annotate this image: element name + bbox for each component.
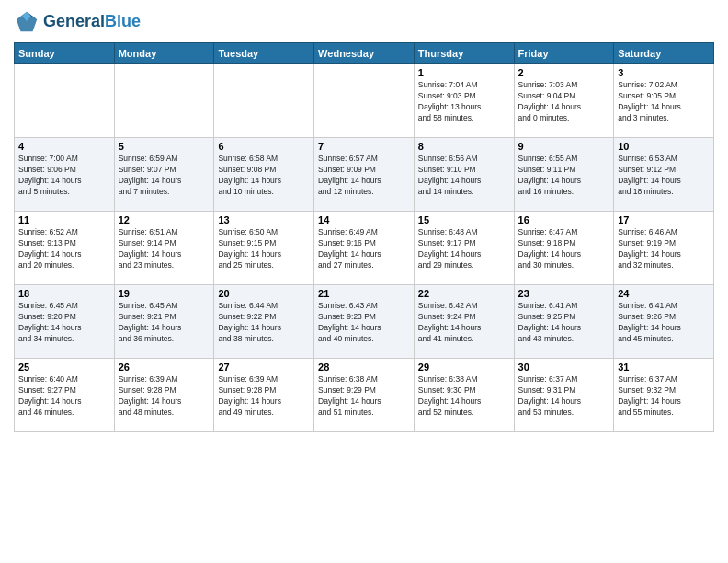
calendar-table: SundayMondayTuesdayWednesdayThursdayFrid…	[14, 42, 714, 432]
day-number: 23	[518, 288, 610, 299]
day-number: 18	[18, 288, 110, 299]
calendar-day-cell: 31Sunrise: 6:37 AM Sunset: 9:32 PM Dayli…	[614, 359, 714, 432]
day-number: 27	[218, 362, 310, 373]
day-number: 13	[218, 214, 310, 225]
calendar-day-cell: 26Sunrise: 6:39 AM Sunset: 9:28 PM Dayli…	[114, 359, 214, 432]
calendar-day-cell: 15Sunrise: 6:48 AM Sunset: 9:17 PM Dayli…	[414, 212, 514, 285]
calendar-day-cell: 7Sunrise: 6:57 AM Sunset: 9:09 PM Daylig…	[314, 138, 415, 212]
day-info: Sunrise: 6:39 AM Sunset: 9:28 PM Dayligh…	[218, 374, 310, 419]
day-number: 25	[18, 362, 110, 373]
calendar-day-cell: 25Sunrise: 6:40 AM Sunset: 9:27 PM Dayli…	[15, 359, 115, 432]
calendar-day-cell: 17Sunrise: 6:46 AM Sunset: 9:19 PM Dayli…	[614, 212, 714, 285]
logo-text: GeneralBlue	[43, 13, 141, 31]
empty-cell	[15, 64, 115, 138]
calendar-day-cell: 16Sunrise: 6:47 AM Sunset: 9:18 PM Dayli…	[514, 212, 614, 285]
day-number: 30	[518, 362, 610, 373]
calendar-day-cell: 5Sunrise: 6:59 AM Sunset: 9:07 PM Daylig…	[114, 138, 214, 212]
logo: GeneralBlue	[14, 9, 141, 35]
day-number: 3	[618, 67, 710, 78]
day-number: 20	[218, 288, 310, 299]
weekday-header: Saturday	[614, 43, 714, 64]
day-number: 12	[119, 214, 210, 225]
day-number: 9	[518, 141, 610, 152]
weekday-header: Friday	[514, 43, 614, 64]
day-number: 2	[518, 67, 610, 78]
day-info: Sunrise: 6:51 AM Sunset: 9:14 PM Dayligh…	[119, 227, 210, 271]
calendar-day-cell: 10Sunrise: 6:53 AM Sunset: 9:12 PM Dayli…	[614, 138, 714, 212]
page-container: GeneralBlue SundayMondayTuesdayWednesday…	[0, 0, 728, 563]
day-info: Sunrise: 6:37 AM Sunset: 9:32 PM Dayligh…	[618, 374, 710, 419]
empty-cell	[114, 64, 214, 138]
calendar-day-cell: 28Sunrise: 6:38 AM Sunset: 9:29 PM Dayli…	[314, 359, 415, 432]
day-number: 31	[618, 362, 710, 373]
weekday-header: Tuesday	[214, 43, 314, 64]
day-info: Sunrise: 6:37 AM Sunset: 9:31 PM Dayligh…	[518, 374, 610, 419]
day-info: Sunrise: 6:38 AM Sunset: 9:29 PM Dayligh…	[318, 374, 410, 419]
weekday-header: Monday	[114, 43, 214, 64]
day-number: 10	[618, 141, 710, 152]
day-info: Sunrise: 6:39 AM Sunset: 9:28 PM Dayligh…	[119, 374, 210, 419]
day-info: Sunrise: 6:48 AM Sunset: 9:17 PM Dayligh…	[418, 227, 510, 271]
calendar-day-cell: 1Sunrise: 7:04 AM Sunset: 9:03 PM Daylig…	[414, 64, 514, 138]
calendar-day-cell: 9Sunrise: 6:55 AM Sunset: 9:11 PM Daylig…	[514, 138, 614, 212]
weekday-header: Thursday	[414, 43, 514, 64]
weekday-header: Wednesday	[314, 43, 415, 64]
calendar-week-row: 18Sunrise: 6:45 AM Sunset: 9:20 PM Dayli…	[15, 285, 714, 359]
day-number: 19	[119, 288, 210, 299]
calendar-day-cell: 20Sunrise: 6:44 AM Sunset: 9:22 PM Dayli…	[214, 285, 314, 359]
day-number: 7	[318, 141, 410, 152]
logo-icon	[14, 9, 40, 35]
calendar-day-cell: 19Sunrise: 6:45 AM Sunset: 9:21 PM Dayli…	[114, 285, 214, 359]
calendar-day-cell: 23Sunrise: 6:41 AM Sunset: 9:25 PM Dayli…	[514, 285, 614, 359]
calendar-day-cell: 21Sunrise: 6:43 AM Sunset: 9:23 PM Dayli…	[314, 285, 415, 359]
day-number: 5	[119, 141, 210, 152]
day-info: Sunrise: 6:52 AM Sunset: 9:13 PM Dayligh…	[18, 227, 110, 271]
calendar-day-cell: 2Sunrise: 7:03 AM Sunset: 9:04 PM Daylig…	[514, 64, 614, 138]
day-info: Sunrise: 6:40 AM Sunset: 9:27 PM Dayligh…	[18, 374, 110, 419]
day-info: Sunrise: 6:41 AM Sunset: 9:26 PM Dayligh…	[618, 301, 710, 345]
calendar-day-cell: 6Sunrise: 6:58 AM Sunset: 9:08 PM Daylig…	[214, 138, 314, 212]
empty-cell	[214, 64, 314, 138]
calendar-day-cell: 24Sunrise: 6:41 AM Sunset: 9:26 PM Dayli…	[614, 285, 714, 359]
calendar-day-cell: 22Sunrise: 6:42 AM Sunset: 9:24 PM Dayli…	[414, 285, 514, 359]
day-number: 8	[418, 141, 510, 152]
day-info: Sunrise: 6:45 AM Sunset: 9:20 PM Dayligh…	[18, 301, 110, 345]
day-info: Sunrise: 6:56 AM Sunset: 9:10 PM Dayligh…	[418, 154, 510, 198]
day-info: Sunrise: 7:03 AM Sunset: 9:04 PM Dayligh…	[518, 80, 610, 124]
day-number: 24	[618, 288, 710, 299]
calendar-day-cell: 18Sunrise: 6:45 AM Sunset: 9:20 PM Dayli…	[15, 285, 115, 359]
calendar-day-cell: 27Sunrise: 6:39 AM Sunset: 9:28 PM Dayli…	[214, 359, 314, 432]
day-info: Sunrise: 6:43 AM Sunset: 9:23 PM Dayligh…	[318, 301, 410, 345]
calendar-week-row: 25Sunrise: 6:40 AM Sunset: 9:27 PM Dayli…	[15, 359, 714, 432]
page-header: GeneralBlue	[14, 9, 714, 35]
day-number: 26	[119, 362, 210, 373]
calendar-day-cell: 8Sunrise: 6:56 AM Sunset: 9:10 PM Daylig…	[414, 138, 514, 212]
day-info: Sunrise: 6:50 AM Sunset: 9:15 PM Dayligh…	[218, 227, 310, 271]
day-number: 21	[318, 288, 410, 299]
calendar-day-cell: 14Sunrise: 6:49 AM Sunset: 9:16 PM Dayli…	[314, 212, 415, 285]
day-info: Sunrise: 6:42 AM Sunset: 9:24 PM Dayligh…	[418, 301, 510, 345]
calendar-week-row: 4Sunrise: 7:00 AM Sunset: 9:06 PM Daylig…	[15, 138, 714, 212]
day-info: Sunrise: 6:44 AM Sunset: 9:22 PM Dayligh…	[218, 301, 310, 345]
day-number: 28	[318, 362, 410, 373]
calendar-day-cell: 4Sunrise: 7:00 AM Sunset: 9:06 PM Daylig…	[15, 138, 115, 212]
calendar-day-cell: 12Sunrise: 6:51 AM Sunset: 9:14 PM Dayli…	[114, 212, 214, 285]
day-number: 11	[18, 214, 110, 225]
empty-cell	[314, 64, 415, 138]
day-info: Sunrise: 6:38 AM Sunset: 9:30 PM Dayligh…	[418, 374, 510, 419]
calendar-week-row: 1Sunrise: 7:04 AM Sunset: 9:03 PM Daylig…	[15, 64, 714, 138]
day-number: 16	[518, 214, 610, 225]
day-info: Sunrise: 6:41 AM Sunset: 9:25 PM Dayligh…	[518, 301, 610, 345]
calendar-day-cell: 3Sunrise: 7:02 AM Sunset: 9:05 PM Daylig…	[614, 64, 714, 138]
day-info: Sunrise: 6:57 AM Sunset: 9:09 PM Dayligh…	[318, 154, 410, 198]
calendar-day-cell: 11Sunrise: 6:52 AM Sunset: 9:13 PM Dayli…	[15, 212, 115, 285]
calendar-header-row: SundayMondayTuesdayWednesdayThursdayFrid…	[15, 43, 714, 64]
day-number: 1	[418, 67, 510, 78]
day-info: Sunrise: 7:00 AM Sunset: 9:06 PM Dayligh…	[18, 154, 110, 198]
calendar-week-row: 11Sunrise: 6:52 AM Sunset: 9:13 PM Dayli…	[15, 212, 714, 285]
day-info: Sunrise: 7:04 AM Sunset: 9:03 PM Dayligh…	[418, 80, 510, 124]
day-number: 17	[618, 214, 710, 225]
calendar-day-cell: 13Sunrise: 6:50 AM Sunset: 9:15 PM Dayli…	[214, 212, 314, 285]
day-number: 4	[18, 141, 110, 152]
calendar-day-cell: 30Sunrise: 6:37 AM Sunset: 9:31 PM Dayli…	[514, 359, 614, 432]
